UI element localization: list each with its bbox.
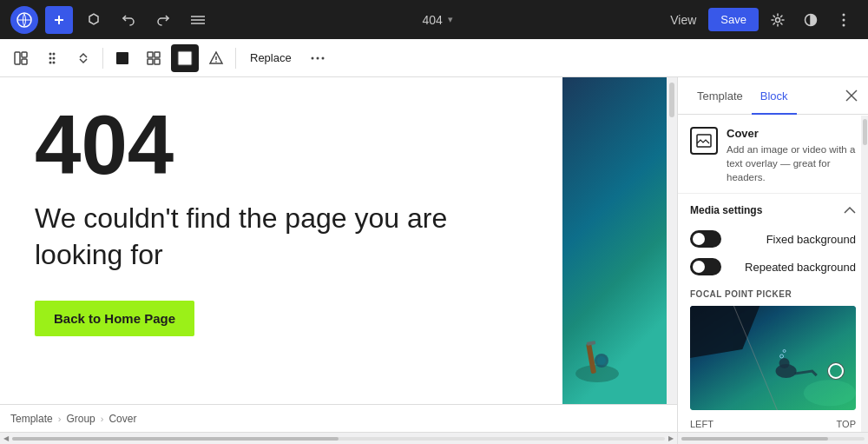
canvas-horizontal-scroll: ◀ ▶ (0, 433, 677, 444)
cover-block-description: Add an image or video with a text overla… (727, 142, 856, 184)
cover-bg-inner (562, 77, 667, 404)
add-block-button[interactable] (45, 6, 73, 34)
media-settings-header[interactable]: Media settings (678, 194, 868, 225)
breadcrumb-template[interactable]: Template (10, 413, 53, 425)
fixed-background-label: Fixed background (766, 233, 856, 246)
full-cover-button[interactable] (108, 44, 136, 72)
page-canvas[interactable]: 404 We couldn't find the page you are lo… (0, 77, 667, 404)
sidebar-hscroll-thumb (681, 437, 828, 441)
sidebar-horizontal-scroll (677, 433, 868, 444)
repeated-background-label: Repeated background (745, 261, 856, 274)
breadcrumb-group[interactable]: Group (66, 413, 95, 425)
grid-view-button[interactable] (140, 44, 168, 72)
view-button[interactable]: View (663, 10, 703, 30)
svg-point-6 (776, 17, 780, 22)
svg-point-29 (311, 56, 313, 59)
svg-point-8 (843, 13, 845, 16)
fixed-background-row: Fixed background (678, 225, 868, 253)
toolbar-divider-2 (235, 48, 236, 69)
svg-point-15 (53, 52, 56, 55)
settings-button[interactable] (764, 6, 792, 34)
svg-point-18 (49, 61, 52, 63)
back-to-home-button[interactable]: Back to Home Page (35, 301, 194, 336)
left-label: LEFT (690, 419, 713, 429)
sidebar-body: Cover Add an image or video with a text … (678, 115, 868, 432)
list-view-button[interactable] (184, 6, 212, 34)
more-options-button[interactable] (830, 6, 858, 34)
svg-rect-12 (22, 52, 27, 57)
svg-point-16 (49, 56, 52, 59)
page-title: 404 (422, 13, 442, 27)
repeated-background-row: Repeated background (678, 253, 868, 281)
canvas-area: 404 We couldn't find the page you are lo… (0, 77, 677, 432)
svg-point-32 (575, 365, 619, 382)
sidebar-scroll-thumb (863, 119, 867, 145)
tab-template[interactable]: Template (688, 77, 752, 115)
svg-point-17 (53, 56, 56, 59)
sidebar-close-button[interactable] (845, 77, 858, 114)
sidebar-tabs: Template Block (678, 77, 868, 115)
sidebar-hscroll-track[interactable] (681, 437, 865, 441)
svg-point-30 (316, 56, 319, 59)
top-label: TOP (837, 419, 856, 429)
contrast-button[interactable] (797, 6, 825, 34)
svg-rect-13 (22, 59, 27, 64)
error-message: We couldn't find the page you are lookin… (35, 201, 469, 273)
canvas-hscroll-thumb (12, 437, 339, 441)
main-area: 404 We couldn't find the page you are lo… (0, 77, 868, 432)
cover-block-icon (690, 127, 718, 155)
redo-button[interactable] (149, 6, 177, 34)
svg-rect-23 (148, 59, 153, 64)
svg-rect-34 (587, 341, 596, 346)
sidebar: Template Block Cover Add an image or vid… (677, 77, 868, 432)
canvas-hscroll-track[interactable] (12, 437, 665, 441)
breadcrumb-cover[interactable]: Cover (108, 413, 136, 425)
sidebar-vertical-scroll[interactable] (861, 116, 868, 432)
focal-coords: LEFT TOP (678, 414, 868, 432)
top-bar: 404 ▾ View Save (0, 0, 868, 39)
svg-point-44 (779, 358, 790, 368)
more-block-options-button[interactable] (304, 44, 332, 72)
repeated-background-toggle[interactable] (690, 258, 721, 275)
svg-point-10 (843, 23, 845, 26)
bottom-bar: ◀ ▶ (0, 432, 868, 444)
focal-point-label: FOCAL POINT PICKER (678, 281, 868, 302)
focal-point-picker[interactable] (690, 306, 856, 410)
svg-point-9 (843, 18, 845, 21)
cover-block-title: Cover (727, 127, 856, 140)
breadcrumb-sep-2: › (101, 414, 104, 424)
svg-point-14 (49, 52, 52, 55)
scroll-left-arrow[interactable]: ◀ (3, 434, 9, 442)
wp-logo-icon[interactable] (10, 6, 38, 34)
cover-mode-button[interactable] (171, 44, 199, 72)
canvas-vertical-scroll[interactable] (667, 77, 677, 404)
chevron-down-icon: ▾ (448, 14, 453, 25)
toolbar-divider-1 (102, 48, 103, 69)
page-title-area[interactable]: 404 ▾ (219, 13, 656, 27)
svg-point-31 (321, 56, 324, 59)
canvas-content: 404 We couldn't find the page you are lo… (0, 77, 677, 404)
tab-block[interactable]: Block (752, 77, 797, 115)
svg-point-47 (804, 380, 856, 406)
error-code: 404 (35, 103, 632, 187)
drag-handle-button[interactable] (38, 44, 66, 72)
scroll-thumb (669, 83, 674, 117)
fixed-background-toggle[interactable] (690, 230, 721, 248)
svg-rect-20 (116, 52, 128, 64)
block-switcher-button[interactable] (7, 44, 35, 72)
undo-button[interactable] (115, 6, 142, 34)
save-button[interactable]: Save (708, 8, 759, 31)
svg-rect-11 (15, 52, 20, 64)
tools-button[interactable] (80, 6, 108, 34)
scroll-right-arrow[interactable]: ▶ (668, 434, 674, 442)
svg-point-28 (215, 61, 217, 63)
svg-rect-25 (178, 51, 192, 65)
svg-point-19 (53, 61, 56, 63)
replace-button[interactable]: Replace (241, 48, 300, 68)
warning-button[interactable] (202, 44, 230, 72)
svg-rect-21 (148, 52, 153, 57)
svg-rect-24 (155, 59, 160, 64)
move-up-down-button[interactable] (69, 44, 97, 72)
cover-block-text: Cover Add an image or video with a text … (727, 127, 856, 184)
svg-rect-22 (155, 52, 160, 57)
